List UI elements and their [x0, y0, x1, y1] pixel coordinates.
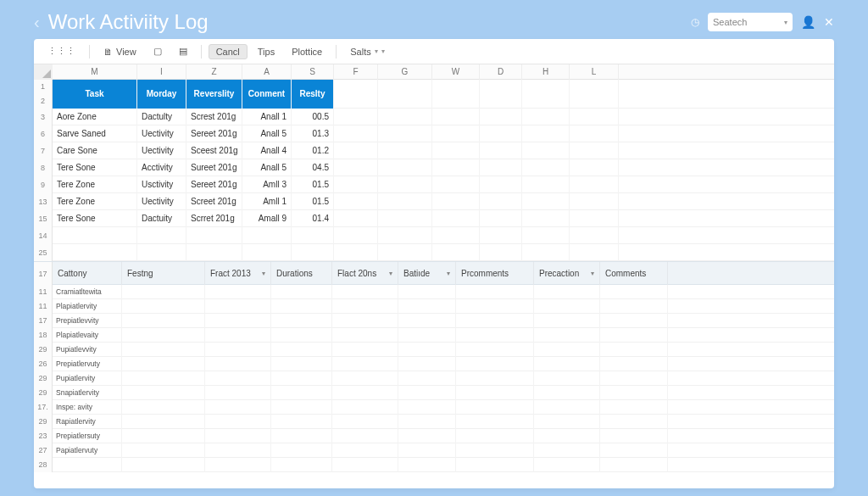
th-morday[interactable]: Morday	[137, 80, 186, 109]
row-number[interactable]: 26	[34, 357, 53, 371]
cell-com[interactable]: Anall 5	[242, 159, 292, 176]
cell-task[interactable]: Tere Sone	[53, 210, 137, 227]
cell-cattony[interactable]: Prepiatlervuty	[53, 357, 122, 371]
cell-rev[interactable]: Sceest 201g	[186, 142, 242, 159]
cell-com[interactable]: Anall 4	[242, 142, 292, 159]
cell-com[interactable]: Anall 1	[242, 109, 292, 125]
row-number[interactable]: 9	[34, 176, 53, 193]
tips-button[interactable]: Tips	[251, 45, 281, 59]
th2-fract[interactable]: Fract 2013	[205, 262, 271, 286]
cell-com[interactable]: Anall 5	[242, 125, 292, 142]
th2-festng[interactable]: Festng	[122, 262, 205, 286]
cell-rev[interactable]: Screst 201g	[186, 109, 242, 125]
row-number[interactable]: 11	[34, 299, 53, 314]
th2-precaction[interactable]: Precaction	[534, 262, 600, 286]
row-number[interactable]: 3	[34, 109, 53, 125]
cell-res[interactable]: 01.4	[292, 210, 334, 227]
col-header[interactable]: I	[137, 64, 186, 80]
cell-com[interactable]: Amall 9	[242, 210, 292, 227]
cell-res[interactable]: 01.5	[292, 176, 334, 193]
clock-icon[interactable]: ◷	[691, 16, 699, 28]
row-number[interactable]: 11	[34, 285, 53, 299]
cell-morday[interactable]: Dactuity	[137, 210, 186, 227]
row-number[interactable]: 13	[34, 193, 53, 210]
row-number[interactable]: 15	[34, 210, 53, 227]
salts-dropdown[interactable]: Salts ▾ ▾	[343, 45, 391, 59]
row-number[interactable]: 23	[34, 429, 53, 443]
cell-res[interactable]: 00.5	[292, 109, 334, 125]
cell-morday[interactable]: Uectivity	[137, 193, 186, 210]
cell-morday[interactable]: Acctivity	[137, 159, 186, 176]
cell-morday[interactable]: Uectivity	[137, 125, 186, 142]
plottice-button[interactable]: Plottice	[285, 45, 329, 59]
cell-rev[interactable]: Sereet 201g	[186, 125, 242, 142]
user-icon[interactable]: 👤	[801, 15, 815, 29]
th-com[interactable]: Conment	[242, 80, 292, 109]
col-header[interactable]: L	[570, 64, 619, 80]
row-number[interactable]: 18	[34, 328, 53, 343]
cell-res[interactable]: 01.5	[292, 193, 334, 210]
cell-cattony[interactable]: Cramiatltewita	[53, 285, 122, 299]
apps-icon[interactable]: ⋮⋮⋮	[41, 44, 82, 59]
row-number[interactable]: 29	[34, 343, 53, 357]
cell-task[interactable]: Care Sone	[53, 142, 137, 159]
cell-cattony[interactable]: Pupiatlervity	[53, 371, 122, 386]
row-number[interactable]: 17	[34, 314, 53, 328]
row-number[interactable]: 29	[34, 415, 53, 429]
row-number[interactable]: 29	[34, 386, 53, 400]
th2-batide[interactable]: Batiıde	[398, 262, 456, 286]
cell-cattony[interactable]: Inspe: avity	[53, 400, 122, 415]
col-header[interactable]: S	[292, 64, 334, 80]
back-icon[interactable]: ‹	[34, 13, 40, 32]
th2-cattony[interactable]: Cattony	[53, 262, 122, 286]
cell-com[interactable]: Amll 1	[242, 193, 292, 210]
cell-cattony[interactable]: Plapiatlervity	[53, 299, 122, 314]
layout-icon-1[interactable]: ▢	[147, 44, 169, 59]
row-number[interactable]: 17.	[34, 400, 53, 415]
col-header[interactable]: A	[242, 64, 292, 80]
search-dropdown[interactable]: Seatech ▾	[708, 13, 793, 31]
col-header[interactable]: M	[53, 64, 137, 80]
th2-flact[interactable]: Flact 20ns	[332, 262, 398, 286]
cell-cattony[interactable]: Plapiatlevaity	[53, 328, 122, 343]
cell-rev[interactable]: Screet 201g	[186, 193, 242, 210]
cell-morday[interactable]: Usctivity	[137, 176, 186, 193]
row-number[interactable]: 27	[34, 443, 53, 458]
cell-res[interactable]: 04.5	[292, 159, 334, 176]
th-task[interactable]: Task	[53, 80, 137, 109]
col-header[interactable]: F	[334, 64, 378, 80]
view-button[interactable]: 🗎 View	[97, 45, 143, 59]
select-all-corner[interactable]	[34, 64, 53, 80]
th-res[interactable]: Reslty	[292, 80, 334, 109]
cell-cattony[interactable]: Prepiatlersuty	[53, 429, 122, 443]
cell-cattony[interactable]: Rapiatlervity	[53, 415, 122, 429]
th-rev[interactable]: Reverslity	[186, 80, 242, 109]
row-number[interactable]: 7	[34, 142, 53, 159]
col-header[interactable]: Z	[186, 64, 242, 80]
cell-task[interactable]: Tere Sone	[53, 159, 137, 176]
cell-res[interactable]: 01.2	[292, 142, 334, 159]
row-number[interactable]: 14	[34, 227, 53, 244]
cell-cattony[interactable]: Pupiatlevvity	[53, 343, 122, 357]
close-icon[interactable]: ✕	[824, 15, 834, 29]
row-number[interactable]: 25	[34, 244, 53, 261]
row-number[interactable]: 17	[34, 262, 53, 286]
col-header[interactable]: H	[522, 64, 570, 80]
row-number[interactable]: 6	[34, 125, 53, 142]
col-header[interactable]: W	[432, 64, 480, 80]
cell-cattony[interactable]: Snapiatlervity	[53, 386, 122, 400]
cell-morday[interactable]: Dactulty	[137, 109, 186, 125]
col-header[interactable]: G	[378, 64, 432, 80]
cell-res[interactable]: 01.3	[292, 125, 334, 142]
cell-task[interactable]: Aore Zone	[53, 109, 137, 125]
cell-rev[interactable]: Scrret 201g	[186, 210, 242, 227]
cell-cattony[interactable]: Papiatlervuty	[53, 443, 122, 458]
cell-task[interactable]: Sarve Saned	[53, 125, 137, 142]
cell-cattony[interactable]	[53, 458, 122, 472]
row-number[interactable]: 29	[34, 371, 53, 386]
th2-durations[interactable]: Durations	[271, 262, 332, 286]
col-header[interactable]: D	[480, 64, 522, 80]
cell-morday[interactable]: Uectivity	[137, 142, 186, 159]
layout-icon-2[interactable]: ▤	[172, 44, 194, 59]
row-number[interactable]: 12	[34, 80, 53, 109]
